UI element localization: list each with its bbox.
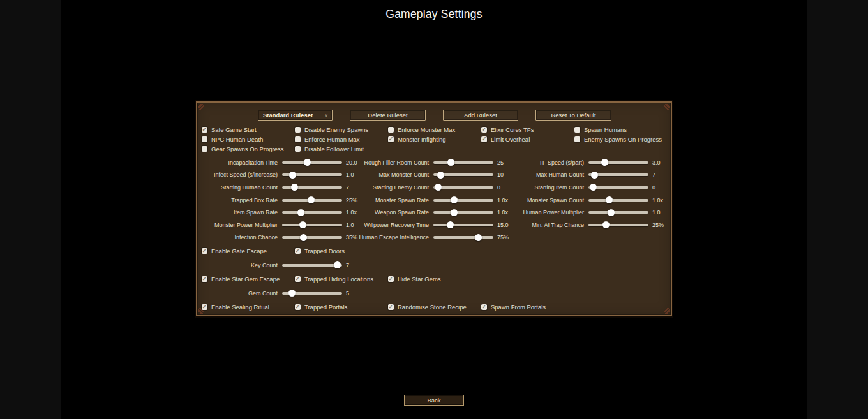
checkbox-disable-enemy-spawns[interactable] [295,127,301,133]
check-icon: ✓ [296,276,301,282]
checkbox-npc-human-death[interactable] [202,136,207,142]
corner-ornament [198,104,204,110]
checkbox-safe-game-start[interactable]: ✓ [202,127,207,133]
slider-track-starting-human-count[interactable] [282,186,342,189]
checkbox-enemy-spawns-on-progress[interactable] [574,136,580,142]
slider-thumb[interactable] [437,172,444,179]
slider-label: Infection Chance [198,234,278,240]
check-icon: ✓ [202,126,207,133]
slider-thumb[interactable] [475,234,482,241]
checkbox-randomise-stone-recipe[interactable]: ✓ [388,304,394,310]
slider-track-infection-chance[interactable] [282,236,342,239]
reset-to-default-button[interactable]: Reset To Default [535,110,611,121]
slider-thumb[interactable] [304,159,311,166]
slider-track-trapped-box-rate[interactable] [282,199,342,202]
slider-thumb[interactable] [291,184,298,191]
slider-thumb[interactable] [608,209,615,216]
slider-thumb[interactable] [590,184,597,191]
checkbox-disable-follower-limit[interactable] [295,146,301,152]
slider-track-monster-spawn-count[interactable] [588,199,648,202]
slider-track-weapon-spawn-rate[interactable] [433,211,493,214]
slider-track-monster-power-multiplier[interactable] [282,224,342,226]
slider-track-infect-speed-s-increase[interactable] [282,173,342,176]
slider-track-min-ai-trap-chance[interactable] [588,224,648,226]
slider-value: 5 [346,290,349,297]
slider-track-starting-item-count[interactable] [588,186,648,189]
slider-track-tf-speed-s-part[interactable] [588,161,648,164]
slider-thumb[interactable] [435,184,442,191]
slider-track-starting-enemy-count[interactable] [433,186,493,189]
checkbox-enforce-human-max[interactable] [295,136,301,142]
slider-track-max-monster-count[interactable] [433,173,493,176]
checkbox-trapped-hiding-locations[interactable]: ✓ [295,276,301,282]
checkbox-label: Elixir Cures TFs [491,126,534,133]
slider-track-monster-spawn-rate[interactable] [433,199,493,202]
checkbox-item: ✓Randomise Stone Recipe [388,304,481,311]
checkbox-limit-overheal[interactable]: ✓ [481,136,487,142]
checkbox-item: ✓Spawn From Portals [481,304,574,311]
checkbox-enable-star-gem-escape[interactable]: ✓ [202,276,207,282]
checkbox-item: Enforce Human Max [295,136,388,143]
slider-thumb[interactable] [297,209,304,216]
checkbox-item: ✓Enable Sealing Ritual [202,304,295,311]
chevron-down-icon: ∨ [324,112,328,118]
slider-thumb[interactable] [451,209,458,216]
slider-thumb[interactable] [447,159,454,166]
slider-track-item-spawn-rate[interactable] [282,211,342,214]
slider-label: Min. AI Trap Chance [502,222,584,228]
checkbox-spawn-humans[interactable] [574,127,580,133]
slider-row-rough-filler-room-count: Rough Filler Room Count25 [350,156,509,169]
slider-thumb[interactable] [334,261,341,268]
checkbox-label: Gear Spawns On Progress [211,145,284,152]
slider-thumb[interactable] [601,159,608,166]
slider-label: Starting Enemy Count [350,184,429,191]
check-icon: ✓ [389,276,394,282]
slider-row-monster-power-multiplier: Monster Power Multiplier1.0 [198,219,357,232]
slider-track-gem-count[interactable] [282,292,342,295]
slider-thumb[interactable] [288,290,296,297]
ruleset-dropdown[interactable]: Standard Ruleset ∨ [258,110,333,121]
checkbox-monster-infighting[interactable]: ✓ [388,136,394,142]
checkbox-elixir-cures-tfs[interactable]: ✓ [481,127,487,133]
slider-thumb[interactable] [289,172,296,179]
slider-value: 7 [652,172,655,178]
back-button[interactable]: Back [404,395,464,406]
slider-thumb[interactable] [451,196,458,203]
check-icon: ✓ [202,276,207,282]
slider-thumb[interactable] [447,221,454,228]
slider-label: Infect Speed (s/increase) [198,172,278,178]
slider-thumb[interactable] [299,221,306,228]
checkbox-enable-gate-escape[interactable]: ✓ [202,248,207,254]
slider-thumb[interactable] [300,234,307,241]
slider-thumb[interactable] [606,196,613,203]
slider-label: Monster Power Multiplier [198,222,278,228]
slider-thumb[interactable] [591,172,598,179]
slider-thumb[interactable] [308,196,315,203]
slider-thumb[interactable] [602,221,610,228]
slider-label: Trapped Box Rate [198,197,278,203]
checkbox-label: Limit Overheal [491,136,530,143]
slider-track-human-power-multiplier[interactable] [588,211,648,214]
checkbox-enable-sealing-ritual[interactable]: ✓ [202,304,207,310]
add-ruleset-button[interactable]: Add Ruleset [443,110,518,121]
checkbox-trapped-doors[interactable]: ✓ [295,248,301,254]
checkbox-enforce-monster-max[interactable] [388,127,394,133]
checkbox-hide-star-gems[interactable]: ✓ [388,276,394,282]
delete-ruleset-button[interactable]: Delete Ruleset [350,110,426,121]
corner-ornament [664,104,670,110]
slider-track-rough-filler-room-count[interactable] [433,161,493,164]
slider-column-1: Incapacitation Time20.0Infect Speed (s/i… [198,156,357,244]
checkbox-gear-spawns-on-progress[interactable] [202,146,207,152]
slider-row-starting-item-count: Starting Item Count0 [502,181,664,194]
slider-label: TF Speed (s/part) [502,159,584,166]
slider-track-incapacitation-time[interactable] [282,161,342,164]
slider-track-willpower-recovery-time[interactable] [433,224,493,226]
checkbox-label: Enable Sealing Ritual [211,304,269,311]
slider-row-infect-speed-s-increase: Infect Speed (s/increase)1.0 [198,169,357,182]
checkbox-label: Enable Star Gem Escape [211,276,280,283]
slider-track-key-count[interactable] [282,264,342,267]
checkbox-trapped-portals[interactable]: ✓ [295,304,301,310]
slider-track-max-human-count[interactable] [588,173,648,176]
checkbox-spawn-from-portals[interactable]: ✓ [481,304,487,310]
slider-track-human-escape-intelligence[interactable] [433,236,493,239]
